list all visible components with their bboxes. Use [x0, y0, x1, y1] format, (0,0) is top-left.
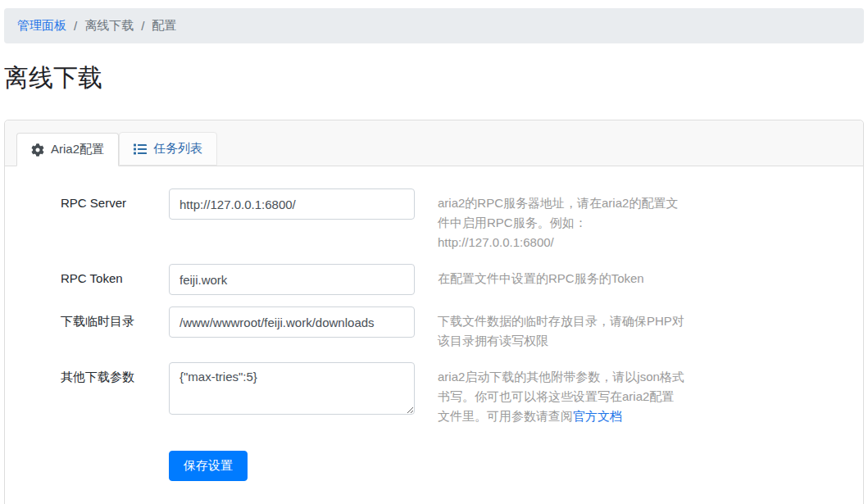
page-title: 离线下载: [4, 61, 864, 95]
rpc-server-label: RPC Server: [25, 188, 169, 210]
page: 管理面板 / 离线下载 / 配置 离线下载 Aria2配置 任务列表: [0, 0, 868, 504]
breadcrumb-item-offline-download: 离线下载: [84, 18, 134, 34]
aria2-config-form: RPC Server aria2的RPC服务器地址，请在aria2的配置文件中启…: [25, 188, 843, 481]
breadcrumb-separator: /: [74, 19, 77, 33]
extra-params-textarea[interactable]: {"max-tries":5}: [169, 362, 415, 415]
breadcrumb-link-admin-panel[interactable]: 管理面板: [17, 18, 66, 34]
list-icon: [134, 143, 147, 156]
rpc-token-label: RPC Token: [25, 264, 169, 285]
breadcrumb: 管理面板 / 离线下载 / 配置: [4, 8, 864, 43]
rpc-server-help: aria2的RPC服务器地址，请在aria2的配置文件中启用RPC服务。例如：h…: [438, 188, 685, 252]
tab-task-list-label: 任务列表: [153, 141, 202, 157]
breadcrumb-separator: /: [141, 19, 144, 33]
tab-aria2-config-label: Aria2配置: [51, 142, 104, 157]
rpc-server-input[interactable]: [169, 188, 415, 220]
tab-aria2-config[interactable]: Aria2配置: [16, 133, 119, 166]
aria2-config-panel: RPC Server aria2的RPC服务器地址，请在aria2的配置文件中启…: [5, 166, 863, 504]
settings-card: Aria2配置 任务列表 RPC Server aria2的RPC服务器地址: [4, 120, 864, 504]
tab-bar: Aria2配置 任务列表: [5, 120, 863, 166]
extra-params-help-text: aria2启动下载的其他附带参数，请以json格式书写。你可也可以将这些设置写在…: [438, 370, 684, 423]
temp-dir-label: 下载临时目录: [25, 306, 169, 329]
tab-list: Aria2配置 任务列表: [16, 132, 852, 166]
breadcrumb-item-config: 配置: [152, 18, 176, 34]
form-row-temp-dir: 下载临时目录 下载文件数据的临时存放目录，请确保PHP对该目录拥有读写权限: [25, 306, 843, 351]
save-settings-button[interactable]: 保存设置: [169, 451, 248, 481]
gear-icon: [31, 143, 44, 157]
form-row-rpc-token: RPC Token 在配置文件中设置的RPC服务的Token: [25, 264, 843, 295]
tab-task-list[interactable]: 任务列表: [119, 132, 217, 166]
temp-dir-input[interactable]: [169, 306, 415, 338]
extra-params-label: 其他下载参数: [25, 362, 169, 385]
form-row-rpc-server: RPC Server aria2的RPC服务器地址，请在aria2的配置文件中启…: [25, 188, 843, 252]
official-docs-link[interactable]: 官方文档: [573, 409, 622, 423]
extra-params-help: aria2启动下载的其他附带参数，请以json格式书写。你可也可以将这些设置写在…: [438, 362, 685, 426]
form-row-extra-params: 其他下载参数 {"max-tries":5} aria2启动下载的其他附带参数，…: [25, 362, 843, 426]
rpc-token-input[interactable]: [169, 264, 415, 295]
rpc-token-help: 在配置文件中设置的RPC服务的Token: [438, 264, 685, 288]
temp-dir-help: 下载文件数据的临时存放目录，请确保PHP对该目录拥有读写权限: [438, 306, 685, 351]
